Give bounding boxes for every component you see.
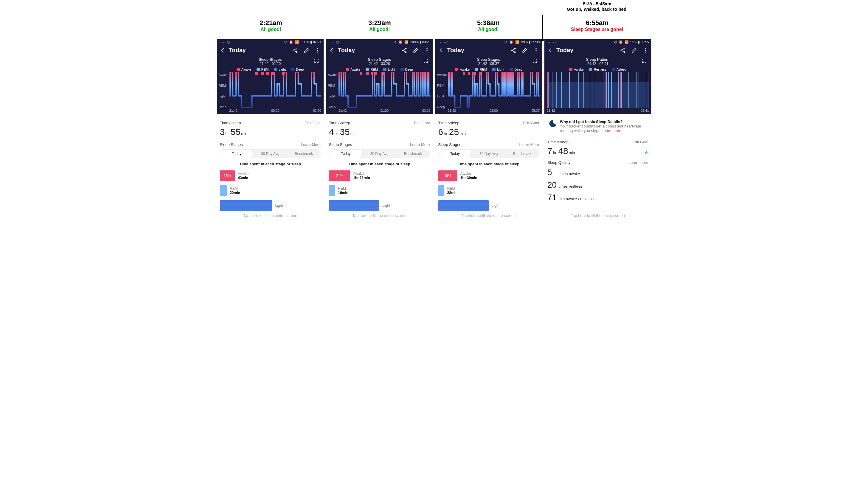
learn-more-link[interactable]: Learn More: [520, 142, 539, 147]
tab-benchmark[interactable]: Benchmark: [287, 149, 321, 158]
y-axis-label: Light: [328, 94, 338, 98]
legend-item: Deep: [401, 68, 413, 71]
expand-icon[interactable]: [313, 58, 320, 64]
stage-row: Light: [329, 200, 430, 211]
x-axis-tick: 00:00: [271, 109, 279, 112]
x-axis-tick: 21:42: [448, 109, 456, 112]
share-icon[interactable]: [620, 47, 626, 53]
stage-row: REM20min: [220, 185, 321, 196]
share-icon[interactable]: [510, 47, 516, 53]
tap-fill-hint[interactable]: Tap here to fill the entire screen: [547, 211, 648, 220]
svg-point-24: [621, 50, 622, 51]
edit-goal-link[interactable]: Edit Goal: [305, 121, 321, 125]
edit-icon[interactable]: [522, 47, 528, 53]
share-icon[interactable]: [292, 47, 298, 53]
status-bar: ▭ ▭ ◌ ⌬⏰📶95% ▮ 06:55: [544, 39, 651, 45]
tab-benchmark[interactable]: Benchmark: [505, 149, 539, 158]
edit-goal-link[interactable]: Edit Goal: [414, 121, 430, 125]
edit-goal-link[interactable]: Edit Goal: [523, 121, 539, 125]
segmented-control[interactable]: Today30 Day AvgBenchmark: [438, 149, 539, 158]
notice-detail: Your tracker couldn't get a consistent h…: [560, 124, 641, 133]
basic-sleep-notice: Why did I get basic Sleep Details? Your …: [547, 117, 648, 136]
more-icon[interactable]: [315, 47, 321, 53]
edit-icon[interactable]: [631, 47, 637, 53]
x-axis-tick: 05:37: [531, 109, 540, 112]
share-icon[interactable]: [401, 47, 407, 53]
legend-item: Awake: [237, 68, 251, 71]
stages-caption: Time spent in each stage of sleep: [220, 162, 321, 166]
y-axis-label: REM: [437, 84, 447, 87]
svg-line-3: [294, 49, 296, 50]
expand-icon[interactable]: [423, 58, 429, 64]
battery-status: 99% ▮ 05:38: [521, 40, 540, 44]
learn-more-link[interactable]: Learn More: [301, 142, 321, 147]
svg-line-27: [622, 49, 624, 50]
tab-today[interactable]: Today: [438, 149, 472, 158]
legend-item: Restless: [589, 68, 606, 71]
stage-row: Light: [220, 200, 321, 211]
legend-item: Light: [383, 68, 395, 71]
legend-item: Awake: [455, 68, 470, 71]
tab-benchmark[interactable]: Benchmark: [396, 149, 430, 158]
bluetooth-icon: ⌬: [393, 40, 397, 44]
legend-item: REM: [475, 68, 487, 71]
y-axis-label: Deep: [328, 105, 338, 109]
tap-fill-hint[interactable]: Tap here to fill the entire screen: [220, 211, 321, 220]
y-axis-label: Deep: [437, 105, 447, 109]
svg-point-10: [405, 51, 406, 52]
signal-icon: 📶: [404, 40, 408, 44]
sleep-quality-row: 5 times awake: [547, 168, 648, 177]
battery-status: 100% ▮ 03:29: [410, 40, 431, 44]
svg-point-5: [317, 48, 318, 49]
time-asleep-label: Time Asleep: [438, 121, 460, 125]
bluetooth-icon: ⌬: [505, 40, 508, 44]
svg-point-8: [402, 50, 403, 51]
time-asleep-label: Time Asleep: [547, 140, 569, 144]
tab-30 day avg[interactable]: 30 Day Avg: [253, 149, 287, 158]
sleep-quality-label: Sleep Quality: [547, 160, 570, 165]
svg-point-15: [427, 51, 427, 52]
tab-30 day avg[interactable]: 30 Day Avg: [363, 149, 396, 158]
svg-point-1: [296, 48, 297, 49]
battery-status: 95% ▮ 06:55: [631, 40, 649, 44]
svg-point-22: [536, 50, 536, 51]
back-icon[interactable]: [438, 47, 444, 53]
annotation-status: All good!: [325, 27, 434, 32]
chart-range: 21:42 - 05:37: [435, 62, 542, 66]
edit-icon[interactable]: [303, 47, 309, 53]
learn-more-link[interactable]: Learn more: [629, 160, 648, 165]
tap-fill-hint[interactable]: Tap here to fill the entire screen: [329, 211, 430, 220]
expand-icon[interactable]: [532, 58, 538, 64]
more-icon[interactable]: [424, 47, 430, 53]
chart-range: 21:42 - 03:28: [326, 62, 433, 66]
back-icon[interactable]: [547, 47, 553, 53]
learn-more-link[interactable]: Learn More: [410, 142, 430, 147]
back-icon[interactable]: [220, 47, 226, 53]
expand-icon[interactable]: [641, 58, 647, 64]
svg-point-29: [645, 48, 646, 49]
tab-30 day avg[interactable]: 30 Day Avg: [472, 149, 505, 158]
alarm-icon: ⏰: [398, 40, 403, 44]
segmented-control[interactable]: Today30 Day AvgBenchmark: [329, 149, 430, 158]
more-icon[interactable]: [642, 47, 648, 53]
tab-today[interactable]: Today: [220, 149, 253, 158]
edit-icon[interactable]: [413, 47, 419, 53]
tab-today[interactable]: Today: [329, 149, 363, 158]
x-axis-tick: 03:28: [422, 109, 431, 112]
x-axis-tick: 21:42: [547, 109, 555, 112]
notice-learn-more-link[interactable]: Learn more: [601, 128, 621, 133]
edit-goal-link[interactable]: Edit Goal: [632, 140, 648, 144]
tap-fill-hint[interactable]: Tap here to fill the entire screen: [438, 211, 539, 220]
more-icon[interactable]: [533, 47, 539, 53]
segmented-control[interactable]: Today30 Day AvgBenchmark: [220, 149, 321, 158]
legend-item: Light: [492, 68, 504, 71]
x-axis-tick: 21:42: [230, 109, 238, 112]
svg-line-20: [512, 50, 515, 51]
alarm-icon: ⏰: [509, 40, 513, 44]
y-axis-label: Deep: [219, 105, 229, 109]
stage-row: REM16min: [329, 185, 430, 196]
x-axis-tick: 02:20: [313, 109, 321, 112]
chart-title: Sleep Stages: [326, 57, 433, 62]
back-icon[interactable]: [329, 47, 335, 53]
legend-item: REM: [257, 68, 268, 71]
